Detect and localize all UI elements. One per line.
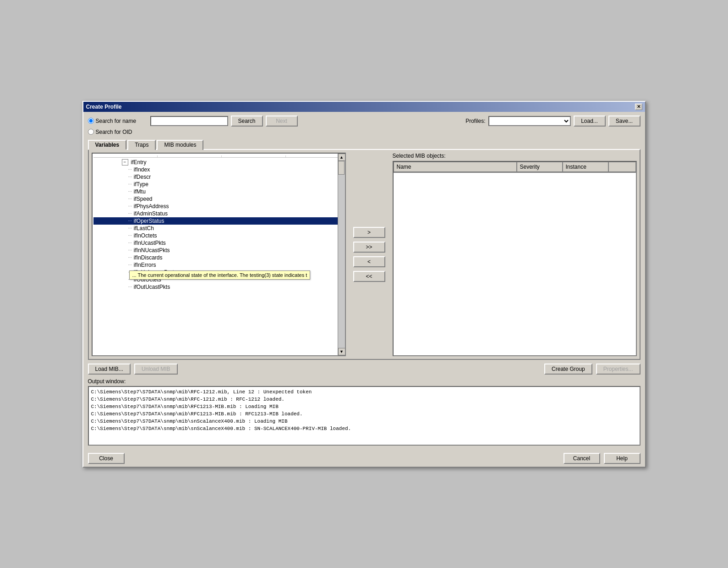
bottom-buttons: Load MIB... Unload MIB Create Group Prop… [88, 364, 640, 375]
properties-button[interactable]: Properties... [596, 364, 640, 375]
tab-mib-modules[interactable]: MIB modules [157, 140, 203, 150]
left-panel: − ifEntry ··· ifIndex ··· [92, 153, 346, 356]
scroll-up-btn[interactable]: ▲ [338, 154, 345, 161]
transfer-buttons: > >> < << [350, 153, 389, 356]
list-item[interactable]: ··· ifOperStatus [93, 217, 344, 225]
search-oid-label: Search for OID [96, 129, 132, 135]
output-line: C:\Siemens\Step7\S7DATA\snmp\mib\RFC-121… [91, 388, 637, 396]
create-profile-dialog: Create Profile ✕ Search for name Search … [82, 101, 646, 468]
tree-root-item[interactable]: − ifEntry [93, 159, 344, 166]
list-item[interactable]: ··· ifSpeed [93, 195, 344, 203]
output-line: C:\Siemens\Step7\S7DATA\snmp\mib\snScala… [91, 418, 637, 425]
tab-bar: Variables Traps MIB modules [88, 139, 640, 149]
close-button[interactable]: Close [88, 453, 125, 464]
col-name: Name [394, 162, 517, 172]
close-icon[interactable]: ✕ [635, 104, 642, 110]
footer-right: Cancel Help [564, 453, 640, 464]
tree-inner[interactable]: − ifEntry ··· ifIndex ··· [93, 154, 345, 355]
list-item[interactable]: ··· ifInOctets [93, 232, 344, 239]
right-panel: Selected MIB objects: Name Severity Inst… [393, 153, 637, 356]
selected-mib-label: Selected MIB objects: [393, 153, 637, 159]
col-instance: Instance [563, 162, 608, 172]
search-oid-radio[interactable]: Search for OID [88, 129, 148, 135]
output-line: C:\Siemens\Step7\S7DATA\snmp\mib\snScala… [91, 425, 637, 432]
profiles-dropdown[interactable] [488, 116, 571, 126]
output-label: Output window: [88, 378, 640, 385]
list-item[interactable]: ··· ifInErrors [93, 261, 344, 269]
table-header: Name Severity Instance [394, 162, 636, 173]
scroll-thumb[interactable] [338, 161, 345, 175]
list-item[interactable]: ··· ifAdminStatus [93, 210, 344, 217]
tree-container: − ifEntry ··· ifIndex ··· [92, 153, 346, 356]
search-name-radio[interactable]: Search for name [88, 118, 148, 124]
tab-container: Variables Traps MIB modules [88, 139, 640, 360]
next-button[interactable]: Next [266, 116, 298, 127]
list-item[interactable]: ··· ifType [93, 181, 344, 188]
tree-expander-icon[interactable]: − [122, 159, 128, 165]
search-row: Search for name Search Next Profiles: Lo… [88, 116, 640, 127]
unload-mib-button[interactable]: Unload MIB [134, 364, 178, 375]
list-item[interactable]: ··· ifPhysAddress [93, 203, 344, 210]
footer-buttons: Close Cancel Help [83, 449, 645, 467]
tab-variables[interactable]: Variables [88, 140, 127, 150]
title-bar: Create Profile ✕ [83, 102, 645, 112]
list-item[interactable]: ··· ifMtu [93, 188, 344, 195]
scroll-down-btn[interactable]: ▼ [338, 348, 345, 355]
list-item[interactable]: ··· ifOutUcastPkts [93, 283, 344, 291]
remove-all-button[interactable]: << [353, 271, 385, 282]
tooltip: ... The current operational state of the… [129, 270, 311, 280]
tree-scrollbar[interactable]: ▲ ▼ [338, 154, 345, 355]
add-one-button[interactable]: > [353, 227, 385, 238]
profiles-section: Profiles: Load... Save... [465, 116, 640, 127]
main-content: − ifEntry ··· ifIndex ··· [88, 149, 640, 360]
list-item[interactable]: ··· ifIndex [93, 166, 344, 173]
search-oid-row: Search for OID [88, 129, 640, 135]
list-item[interactable]: ··· ifInUcastPkts [93, 239, 344, 247]
output-line: C:\Siemens\Step7\S7DATA\snmp\mib\RFC-121… [91, 396, 637, 403]
search-name-input[interactable] [150, 116, 228, 126]
tab-traps[interactable]: Traps [127, 140, 156, 150]
save-button[interactable]: Save... [608, 116, 640, 127]
output-section: Output window: C:\Siemens\Step7\S7DATA\s… [88, 378, 640, 446]
scroll-track [338, 161, 345, 348]
tree-root-label: ifEntry [131, 159, 147, 165]
col-severity: Severity [517, 162, 563, 172]
output-window[interactable]: C:\Siemens\Step7\S7DATA\snmp\mib\RFC-121… [88, 386, 640, 446]
col-extra [608, 162, 636, 172]
add-all-button[interactable]: >> [353, 242, 385, 253]
selected-mib-table: Name Severity Instance [393, 161, 637, 356]
search-button[interactable]: Search [231, 116, 263, 127]
remove-one-button[interactable]: < [353, 256, 385, 267]
dialog-title: Create Profile [86, 104, 122, 110]
profiles-label: Profiles: [465, 118, 485, 124]
load-button[interactable]: Load... [574, 116, 606, 127]
load-mib-button[interactable]: Load MIB... [88, 364, 131, 375]
list-item[interactable]: ··· ifInNUcastPkts [93, 247, 344, 254]
list-item[interactable]: ··· ifDescr [93, 173, 344, 181]
list-item[interactable]: ··· ifLastCh [93, 225, 344, 232]
search-name-label: Search for name [96, 118, 137, 124]
create-group-button[interactable]: Create Group [544, 364, 592, 375]
help-button[interactable]: Help [604, 453, 640, 464]
output-line: C:\Siemens\Step7\S7DATA\snmp\mib\RFC1213… [91, 403, 637, 410]
cancel-button[interactable]: Cancel [564, 453, 600, 464]
dialog-body: Search for name Search Next Profiles: Lo… [83, 112, 645, 449]
list-item[interactable]: ··· ifInDiscards [93, 254, 344, 261]
output-line: C:\Siemens\Step7\S7DATA\snmp\mib\RFC1213… [91, 410, 637, 418]
